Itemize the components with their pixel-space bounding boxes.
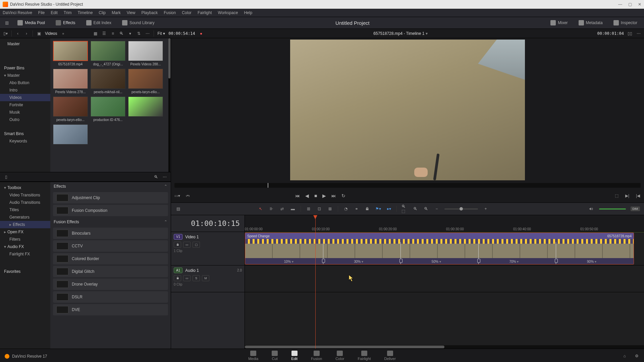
fx-search-icon[interactable]: 🔍︎ — [153, 174, 159, 180]
panel-icon[interactable]: ▯▾ — [3, 31, 8, 36]
video-frame[interactable] — [290, 40, 525, 180]
timeline-tracks[interactable]: 01:00:00:0001:00:10:0001:00:20:0001:00:3… — [245, 215, 644, 349]
menu-playback[interactable]: Playback — [141, 10, 158, 15]
bin-intro[interactable]: Intro — [0, 86, 50, 94]
a1-tag[interactable]: A1 — [174, 267, 182, 273]
track-lane-a1[interactable] — [245, 265, 644, 292]
openfx[interactable]: ▸Open FX — [0, 228, 50, 236]
play-button[interactable]: ▶ — [322, 193, 326, 198]
favorites[interactable]: Favorites — [0, 268, 50, 275]
more-icon[interactable]: ⋯ — [145, 31, 150, 36]
track-lane-v1[interactable]: Speed Change657518728.mp4 10% ▾30% ▾50% … — [245, 232, 644, 265]
page-fusion[interactable]: Fusion — [311, 351, 322, 361]
fx-videotransitions[interactable]: Video Transitions — [0, 191, 50, 199]
speed-handle[interactable] — [556, 242, 556, 264]
stop-button[interactable]: ■ — [314, 193, 317, 198]
zoom-out-icon[interactable]: − — [434, 206, 440, 212]
blade-tool[interactable]: ▬ — [290, 206, 296, 212]
fx-generators[interactable]: Generators — [0, 214, 50, 221]
record-icon[interactable]: ● — [199, 31, 204, 36]
speed-label[interactable]: 10% ▾ — [284, 260, 293, 263]
fit-dropdown[interactable]: Fit ▾ — [157, 31, 165, 36]
fx-effects[interactable]: ▸Effects — [0, 221, 50, 228]
effects-heading[interactable]: Effects⌃ — [50, 182, 171, 191]
menu-file[interactable]: File — [38, 10, 45, 15]
timeline-ruler[interactable]: 01:00:00:0001:00:10:0001:00:20:0001:00:3… — [245, 215, 644, 232]
bin-musik[interactable]: Musik — [0, 109, 50, 116]
inspector-button[interactable]: Inspector — [611, 19, 640, 27]
overwrite-tool[interactable]: ⊡ — [316, 206, 322, 212]
playhead[interactable] — [315, 215, 316, 349]
fxitem-adjustmentclip[interactable]: Adjustment Clip — [53, 192, 168, 203]
sound-library-button[interactable]: Sound Library — [119, 19, 157, 27]
bin-master[interactable]: ▾Master — [0, 72, 50, 79]
clip-thumb[interactable]: Pexels Videos 278... — [53, 69, 88, 94]
sort-icon[interactable]: ⇅ — [136, 31, 142, 36]
menu-color[interactable]: Color — [182, 10, 192, 15]
scrollbar-thumb[interactable] — [168, 38, 170, 78]
menu-clip[interactable]: Clip — [99, 10, 106, 15]
a1-mute[interactable]: M — [202, 275, 209, 281]
layout-icon[interactable]: ▥ — [4, 20, 9, 25]
metadata-button[interactable]: Metadata — [576, 19, 605, 27]
master-bin[interactable]: Master — [0, 40, 50, 48]
close-button[interactable]: ✕ — [638, 2, 641, 7]
clip-thumb[interactable]: dog_-_4727 (Origi... — [91, 41, 125, 66]
clip-v1[interactable]: Speed Change657518728.mp4 10% ▾30% ▾50% … — [245, 233, 634, 264]
step-back-button[interactable]: ◀ — [305, 193, 309, 198]
clip-thumb[interactable]: 657518728.mp4 — [53, 41, 88, 66]
volume-slider[interactable] — [599, 208, 626, 209]
thumb-view-icon[interactable]: ▦ — [93, 31, 98, 36]
fxitem-cctv[interactable]: CCTV — [53, 240, 168, 252]
mixer-button[interactable]: Mixer — [548, 19, 570, 27]
a1-lock[interactable]: 🔒︎ — [174, 275, 181, 281]
h-scrollbar[interactable] — [245, 345, 644, 349]
dual-icon[interactable]: ▯▯ — [627, 31, 633, 36]
maximize-button[interactable]: ▢ — [628, 2, 632, 7]
page-deliver[interactable]: Deliver — [384, 351, 396, 361]
nav-fwd-icon[interactable]: › — [24, 31, 29, 36]
speed-label[interactable]: 50% ▾ — [432, 260, 441, 263]
flag-tool[interactable]: ⚑▾ — [375, 206, 381, 212]
viewer-scrubber[interactable] — [174, 183, 641, 188]
speed-handle[interactable] — [478, 242, 479, 264]
clip-thumb[interactable] — [128, 97, 163, 122]
smart-bins-heading[interactable]: Smart Bins — [0, 130, 50, 137]
zoom-slider[interactable] — [444, 208, 478, 209]
page-cut[interactable]: Cut — [272, 351, 278, 361]
nav-back-icon[interactable]: ‹ — [15, 31, 20, 36]
viewer-mode-icon[interactable]: ▭▾ — [174, 193, 180, 198]
insert-tool[interactable]: ⊞ — [306, 206, 312, 212]
openfx-filters[interactable]: Filters — [0, 236, 50, 243]
clip-thumb[interactable] — [53, 124, 88, 146]
loop-button[interactable]: ↻ — [341, 193, 345, 198]
selection-tool[interactable]: ↖ — [258, 206, 264, 212]
effects-button[interactable]: Effects — [53, 19, 78, 27]
more2-icon[interactable]: ⋯ — [636, 31, 641, 36]
fxitem-digitalglitch[interactable]: Digital Glitch — [53, 266, 168, 277]
viewer-opt1-icon[interactable]: ⬚ — [614, 193, 619, 198]
fxitem-fusioncomposition[interactable]: Fusion Composition — [53, 205, 168, 216]
menu-mark[interactable]: Mark — [112, 10, 121, 15]
fxitem-dslr[interactable]: DSLR — [53, 291, 168, 303]
page-media[interactable]: Media — [248, 351, 258, 361]
page-color[interactable]: Color — [335, 351, 344, 361]
settings-icon[interactable]: ⚙ — [634, 353, 639, 359]
bin-abobutton[interactable]: Abo Button — [0, 79, 50, 86]
smartbin-keywords[interactable]: Keywords — [0, 137, 50, 145]
clip-thumb[interactable]: pexels-mikhail-nil... — [91, 69, 125, 94]
search-icon[interactable]: 🔍︎ — [119, 31, 124, 36]
speed-label[interactable]: 90% ▾ — [587, 260, 596, 263]
media-pool-button[interactable]: Media Pool — [15, 19, 48, 27]
audiofx-fairlightfx[interactable]: Fairlight FX — [0, 250, 50, 258]
fxitem-droneoverlay[interactable]: Drone Overlay — [53, 279, 168, 290]
bin-videos[interactable]: Videos — [0, 94, 50, 101]
trim-tool[interactable]: ⊪ — [268, 206, 274, 212]
audiofx[interactable]: ▾Audio FX — [0, 243, 50, 250]
fx-audiotransitions[interactable]: Audio Transitions — [0, 199, 50, 206]
bin-outro[interactable]: Outro — [0, 116, 50, 123]
a1-enable[interactable]: ▭ — [183, 275, 191, 281]
go-end-icon[interactable]: ▶| — [625, 193, 630, 198]
menu-edit[interactable]: Edit — [51, 10, 58, 15]
page-edit[interactable]: Edit — [291, 351, 298, 361]
